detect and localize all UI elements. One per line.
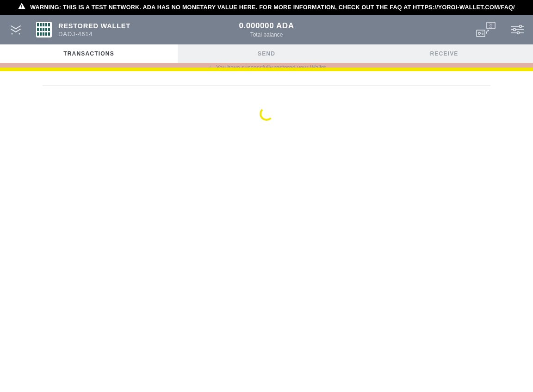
wallet-header: RESTORED WALLET DADJ-4614 0.000000 ADA T… xyxy=(0,15,533,44)
svg-rect-5 xyxy=(477,30,485,37)
svg-point-3 xyxy=(19,34,20,34)
header-actions xyxy=(476,22,525,37)
notification-bg-yellow xyxy=(0,68,533,71)
tab-transactions[interactable]: TRANSACTIONS xyxy=(0,44,178,63)
wallet-identicon xyxy=(36,22,52,37)
testnet-warning-banner: WARNING: THIS IS A TEST NETWORK. ADA HAS… xyxy=(0,0,533,15)
loading-spinner-wrap xyxy=(43,107,490,121)
svg-point-10 xyxy=(514,29,516,31)
wallet-tabs: TRANSACTIONS SEND RECEIVE xyxy=(0,44,533,63)
svg-point-2 xyxy=(12,34,12,34)
tab-send[interactable]: SEND xyxy=(178,44,355,63)
settings-icon[interactable] xyxy=(510,24,525,35)
svg-rect-1 xyxy=(21,7,22,8)
transfer-icon[interactable] xyxy=(476,22,496,37)
balance-label: Total balance xyxy=(239,31,294,38)
svg-point-12 xyxy=(517,32,520,34)
notification-strip: ✓You have successfully restored your Wal… xyxy=(0,63,533,71)
menu-icon[interactable] xyxy=(8,22,23,37)
wallet-name: RESTORED WALLET xyxy=(58,22,130,30)
svg-rect-4 xyxy=(487,22,495,29)
balance-amount: 0.000000 ADA xyxy=(239,21,294,31)
svg-point-8 xyxy=(520,25,522,28)
content-area xyxy=(0,71,533,121)
warning-text: WARNING: THIS IS A TEST NETWORK. ADA HAS… xyxy=(30,3,515,12)
svg-rect-0 xyxy=(21,5,22,7)
warning-text-prefix: WARNING: THIS IS A TEST NETWORK. ADA HAS… xyxy=(30,4,413,11)
warning-icon xyxy=(18,3,25,12)
balance-block: 0.000000 ADA Total balance xyxy=(239,21,294,38)
svg-point-6 xyxy=(478,32,480,34)
content-divider xyxy=(43,85,490,86)
wallet-code: DADJ-4614 xyxy=(58,31,130,37)
wallet-title-block: RESTORED WALLET DADJ-4614 xyxy=(58,22,130,37)
tab-receive[interactable]: RECEIVE xyxy=(355,44,533,63)
loading-spinner-icon xyxy=(260,107,273,121)
faq-link[interactable]: HTTPS://YOROI-WALLET.COM/FAQ/ xyxy=(413,4,515,11)
